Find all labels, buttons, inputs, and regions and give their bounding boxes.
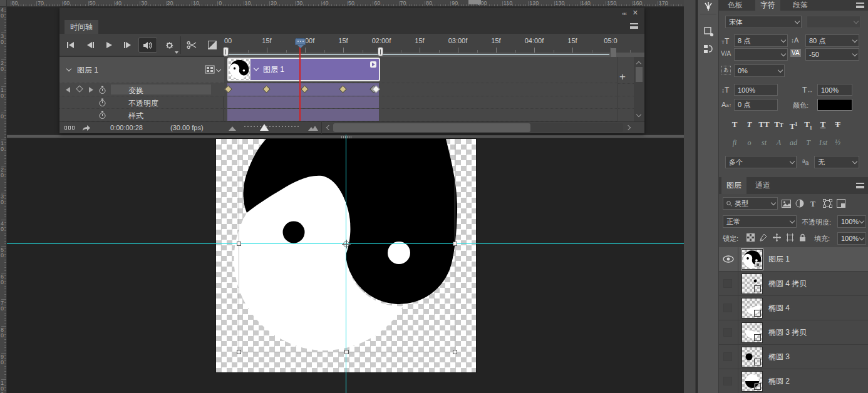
titling-alternates-button[interactable]: A [772,138,786,148]
property-label-opacity[interactable]: 不透明度 [128,98,158,109]
font-size-select[interactable]: 8 点 [734,34,788,47]
small-caps-button[interactable]: TT [772,119,786,130]
ligatures-button[interactable]: fi [728,138,741,148]
layer-filter-select[interactable]: 类型 [723,197,778,210]
text-color-swatch[interactable] [817,99,852,111]
selection-handle-left[interactable] [237,242,241,246]
layer-thumbnail[interactable] [741,371,763,392]
font-style-select[interactable] [807,16,860,28]
layer-name[interactable]: 椭圆 3 拷贝 [768,320,807,345]
font-family-select[interactable]: 宋体 [725,16,802,28]
next-keyframe-arrow[interactable] [88,87,93,93]
stopwatch-icon-transform[interactable] [98,86,106,94]
layer-row[interactable]: 椭圆 3 拷贝 [719,320,868,345]
italic-button[interactable]: T [743,119,757,130]
tab-character[interactable]: 字符 [755,0,780,11]
split-at-playhead-scissors-icon[interactable] [183,38,200,53]
layer-row[interactable]: 图层 1 [719,247,868,272]
layer-name[interactable]: 椭圆 4 [768,296,790,320]
kerning-select[interactable] [734,48,788,61]
tracking-select[interactable]: -50 [805,48,859,61]
opacity-select[interactable]: 100% [837,215,866,228]
tab-layers[interactable]: 图层 [721,177,747,194]
playhead-marker[interactable] [295,38,306,45]
ordinals-button[interactable]: 1st [816,138,830,148]
blend-mode-select[interactable]: 正常 [723,215,797,228]
timeline-vertical-scrollbar[interactable] [634,57,644,121]
contextual-alternates-button[interactable]: ad [787,138,800,148]
previous-frame-button[interactable] [82,38,98,53]
prev-keyframe-arrow[interactable] [66,87,71,93]
layer-name[interactable]: 椭圆 4 拷贝 [768,272,807,296]
lock-artboard-icon[interactable] [786,233,794,244]
selection-handle-right[interactable] [453,242,457,246]
tab-swatches[interactable]: 色板 [723,0,748,11]
brush-panel-icon[interactable] [703,1,714,11]
play-button[interactable] [101,38,117,53]
layer-name[interactable]: 椭圆 2 [768,369,790,393]
add-media-plus-button[interactable]: + [619,71,626,83]
layer-thumbnail[interactable] [741,249,763,270]
language-select[interactable]: 多个 [725,156,797,168]
filter-smart-objects-icon[interactable] [837,199,845,210]
property-label-cell[interactable]: 变换 [111,84,211,94]
timeline-settings-gear-icon[interactable] [161,38,177,53]
mute-audio-button[interactable] [138,38,157,53]
timeline-clip-layer1[interactable]: 图层 1 [227,58,380,81]
layer-thumbnail[interactable] [741,322,763,343]
tab-channels[interactable]: 通道 [750,177,775,194]
layer-visibility-toggle-empty[interactable] [723,301,736,315]
lock-transparent-pixels-icon[interactable] [747,233,755,244]
layer-visibility-toggle-empty[interactable] [723,374,736,388]
scroll-left-arrow[interactable] [326,125,331,130]
clip-fx-icon[interactable] [370,61,376,68]
baseline-shift-field[interactable]: 0 点 [734,99,778,111]
flatten-frames-icon[interactable] [82,125,91,131]
go-to-first-frame-button[interactable] [63,38,79,53]
layer-visibility-eye-icon[interactable] [723,252,736,266]
next-frame-button[interactable] [120,38,136,53]
selection-handle-bottom-center[interactable] [344,350,349,354]
strikethrough-button[interactable]: T [831,119,845,130]
layer-thumbnail[interactable] [741,347,763,367]
layer-thumbnail[interactable] [741,298,763,319]
tab-paragraph[interactable]: 段落 [788,0,813,11]
properties-panel-icon[interactable] [703,44,714,54]
filter-adjustment-layers-icon[interactable] [795,199,804,210]
filter-pixel-layers-icon[interactable] [782,199,791,210]
lock-image-pixels-icon[interactable] [760,233,767,244]
close-panel-icon[interactable]: ✕ [633,9,638,17]
guide-vertical[interactable] [346,135,346,393]
all-caps-button[interactable]: TT [757,119,771,130]
filter-shape-layers-icon[interactable] [823,199,832,210]
property-label-style[interactable]: 样式 [128,111,143,121]
underline-button[interactable]: T [816,119,830,130]
tab-timeline[interactable]: 时间轴 [65,20,98,34]
lock-all-icon[interactable] [799,233,806,244]
stylistic-alternates-button[interactable]: st [757,138,771,148]
layer-thumbnail[interactable] [741,273,763,294]
horizontal-scale-field[interactable]: 100% [817,84,852,96]
workarea-start-handle[interactable] [223,47,229,56]
tsume-select[interactable]: 0% [734,64,785,77]
superscript-button[interactable]: T1 [787,119,800,130]
track-header-layer1[interactable]: 图层 1 [59,57,224,83]
selection-handle-bottom-left[interactable] [237,350,241,354]
zoom-in-icon[interactable] [308,125,319,131]
fill-select[interactable]: 100% [837,232,866,245]
layer-name[interactable]: 椭圆 3 [768,345,790,369]
character-panel-menu-icon[interactable] [856,3,864,8]
transform-center-point[interactable] [343,241,349,247]
transition-button[interactable] [204,38,220,53]
playhead-line[interactable] [299,46,301,121]
layer-row[interactable]: 椭圆 4 拷贝 [719,272,868,296]
lock-position-icon[interactable] [773,233,781,244]
stopwatch-icon-style[interactable] [98,111,106,120]
add-keyframe-diamond[interactable] [76,85,83,92]
3d-panel-icon[interactable] [703,26,714,37]
workarea-end-handle[interactable] [378,47,383,56]
leading-select[interactable]: 80 点 [805,34,859,47]
layers-panel-menu-icon[interactable] [856,183,864,188]
layer-visibility-toggle-empty[interactable] [723,350,736,364]
layer-row[interactable]: 椭圆 2 [719,369,868,393]
